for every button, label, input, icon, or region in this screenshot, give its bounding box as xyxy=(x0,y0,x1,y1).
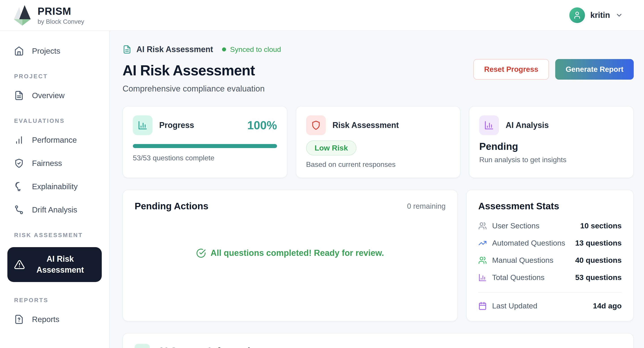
sidebar-item-drift-analysis[interactable]: Drift Analysis xyxy=(8,203,102,217)
pending-actions-header: Pending Actions 0 remaining xyxy=(134,201,446,212)
drift-route-icon xyxy=(14,205,24,215)
section-number-badge: 1 xyxy=(134,344,150,348)
risk-card-header: Risk Assessment xyxy=(306,116,450,135)
remaining-count: 0 remaining xyxy=(407,202,446,210)
progress-card: Progress 100% 53/53 questions complete xyxy=(122,106,287,178)
progress-bar xyxy=(133,144,277,148)
breadcrumb: AI Risk Assessment Synced to cloud xyxy=(122,45,634,54)
sidebar-section-project: PROJECT xyxy=(14,73,102,80)
bar-chart-icon xyxy=(478,273,487,282)
stat-label: Last Updated xyxy=(492,302,537,310)
risk-card-label: Risk Assessment xyxy=(332,120,399,130)
page-subtitle: Comprehensive compliance evaluation xyxy=(122,84,265,94)
prism-logo-icon xyxy=(12,4,32,26)
document-icon xyxy=(122,45,132,54)
sidebar-section-risk-assessment: RISK ASSESSMENT xyxy=(14,232,102,239)
users-icon xyxy=(478,222,487,230)
stat-label: Total Questions xyxy=(492,273,544,282)
stat-row-manual-questions: Manual Questions 40 questions xyxy=(478,256,622,264)
progress-card-header: Progress 100% xyxy=(133,116,277,135)
stat-label: Automated Questions xyxy=(492,239,565,247)
stat-row-user-sections: User Sections 10 sections xyxy=(478,222,622,230)
sidebar-section-evaluations: EVALUATIONS xyxy=(14,118,102,124)
sidebar: Projects PROJECT Overview EVALUATIONS Pe… xyxy=(0,31,110,348)
analysis-status: Pending xyxy=(479,141,624,152)
stat-value: 53 questions xyxy=(575,273,622,282)
brand-text: PRISM by Block Convey xyxy=(38,5,84,25)
sidebar-item-fairness[interactable]: Fairness xyxy=(8,156,102,170)
sidebar-item-projects[interactable]: Projects xyxy=(8,44,102,58)
app-shell: Projects PROJECT Overview EVALUATIONS Pe… xyxy=(0,31,644,348)
user-menu[interactable]: kritin xyxy=(569,8,623,23)
trending-up-icon xyxy=(478,239,487,247)
section-title: AI System Information xyxy=(158,346,262,348)
sidebar-item-label: Drift Analysis xyxy=(32,205,77,214)
lightbulb-icon xyxy=(14,182,24,192)
alert-triangle-icon xyxy=(14,259,25,270)
analysis-card-header: AI Analysis xyxy=(479,116,624,135)
topbar: PRISM by Block Convey kritin xyxy=(0,0,644,31)
sidebar-item-overview[interactable]: Overview xyxy=(8,88,102,103)
stat-value: 14d ago xyxy=(593,302,622,310)
user-name: kritin xyxy=(590,10,610,20)
users-icon xyxy=(478,256,487,264)
analysis-caption: Run analysis to get insights xyxy=(479,156,624,164)
header-actions: Reset Progress Generate Report xyxy=(474,59,634,80)
assessment-stats-card: Assessment Stats User Sections 10 sectio… xyxy=(466,190,634,322)
pending-actions-card: Pending Actions 0 remaining All question… xyxy=(122,190,458,322)
sidebar-item-ai-risk-assessment[interactable]: AI Risk Assessment xyxy=(8,247,102,282)
section-header-right[interactable]: 4 / 4 completed xyxy=(556,347,622,348)
progress-card-label: Progress xyxy=(159,120,194,130)
stat-value: 10 sections xyxy=(580,222,622,230)
risk-caption: Based on current responses xyxy=(306,160,450,169)
shield-check-icon xyxy=(14,158,24,168)
analysis-chart-icon xyxy=(479,116,499,135)
section-header-left: 1 AI System Information xyxy=(134,344,262,348)
sidebar-item-label: AI Risk Assessment xyxy=(25,254,96,275)
avatar xyxy=(569,8,585,23)
low-risk-badge: Low Risk xyxy=(306,140,356,156)
calendar-icon xyxy=(478,302,487,310)
analysis-card-label: AI Analysis xyxy=(506,120,549,130)
generate-report-button[interactable]: Generate Report xyxy=(555,59,634,80)
brand-logo[interactable]: PRISM by Block Convey xyxy=(12,4,84,26)
reset-progress-button[interactable]: Reset Progress xyxy=(474,59,549,80)
detail-row: Pending Actions 0 remaining All question… xyxy=(122,190,634,322)
stat-row-automated-questions: Automated Questions 13 questions xyxy=(478,239,622,247)
sidebar-item-label: Explainability xyxy=(32,182,78,191)
all-completed-message: All questions completed! Ready for revie… xyxy=(134,212,446,310)
sidebar-item-label: Overview xyxy=(32,91,64,100)
sync-status-dot xyxy=(222,48,226,52)
progress-percent-value: 100% xyxy=(247,118,277,132)
sidebar-section-reports: REPORTS xyxy=(14,297,102,304)
page-title: AI Risk Assessment xyxy=(122,62,265,79)
chevron-down-icon[interactable] xyxy=(613,347,622,348)
stat-value: 13 questions xyxy=(575,239,622,247)
brand-tagline: by Block Convey xyxy=(38,18,84,25)
bar-chart-icon xyxy=(14,135,24,145)
home-icon xyxy=(14,46,24,56)
assessment-stats-title: Assessment Stats xyxy=(478,201,622,212)
main-content: AI Risk Assessment Synced to cloud AI Ri… xyxy=(110,31,644,348)
sidebar-item-explainability[interactable]: Explainability xyxy=(8,179,102,194)
progress-bar-fill xyxy=(133,144,277,148)
page-header: AI Risk Assessment Comprehensive complia… xyxy=(122,62,634,94)
brand-name: PRISM xyxy=(38,5,84,17)
breadcrumb-label: AI Risk Assessment xyxy=(136,45,213,54)
sidebar-item-label: Reports xyxy=(32,315,60,324)
sidebar-item-reports[interactable]: Reports xyxy=(8,312,102,326)
risk-assessment-card: Risk Assessment Low Risk Based on curren… xyxy=(296,106,461,178)
section-completed-count: 4 / 4 completed xyxy=(556,347,608,348)
stat-row-total-questions: Total Questions 53 questions xyxy=(478,273,622,282)
progress-chart-icon xyxy=(133,116,152,135)
file-question-icon xyxy=(14,314,24,324)
user-icon xyxy=(573,11,582,20)
stat-label: Manual Questions xyxy=(492,256,554,264)
progress-caption: 53/53 questions complete xyxy=(133,154,277,162)
chevron-down-icon xyxy=(616,12,623,19)
section-ai-system-information[interactable]: 1 AI System Information 4 / 4 completed xyxy=(122,333,634,348)
summary-cards-row: Progress 100% 53/53 questions complete R… xyxy=(122,106,634,178)
stat-row-last-updated: Last Updated 14d ago xyxy=(478,302,622,310)
sidebar-item-performance[interactable]: Performance xyxy=(8,133,102,147)
sidebar-item-label: Performance xyxy=(32,136,77,144)
